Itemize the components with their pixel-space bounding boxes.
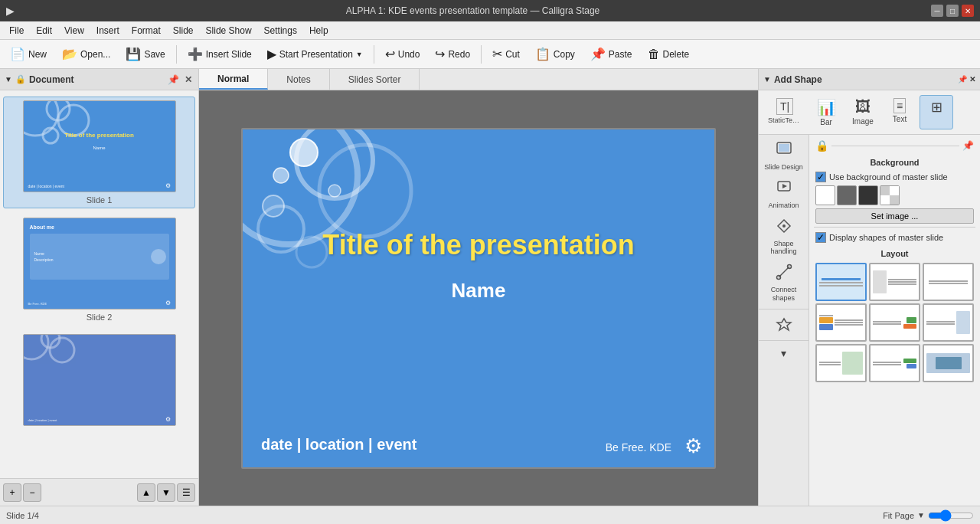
layout-item-9[interactable] — [923, 344, 974, 382]
right-panel-pin-icon[interactable]: 📌 — [958, 75, 967, 84]
panel-close-icon[interactable]: ✕ — [183, 73, 194, 87]
slide-footer: date | location | event — [261, 436, 416, 454]
swatch-white[interactable] — [815, 185, 835, 205]
open-icon: 📂 — [62, 47, 77, 61]
slide-thumb-1: Title of the presentation Name date | lo… — [23, 100, 176, 192]
extra-tool-icon — [776, 316, 792, 334]
shape-tool-text[interactable]: ≡ Text — [883, 95, 916, 129]
shape-handling-icon — [776, 218, 792, 238]
slide-design-icon — [776, 141, 792, 162]
background-swatches — [812, 184, 977, 207]
save-button[interactable]: 💾 Save — [119, 44, 172, 65]
minimize-button[interactable]: ─ — [931, 5, 943, 17]
menu-file[interactable]: File — [3, 24, 30, 38]
slide-title: Title of the presentation — [243, 229, 714, 261]
paste-button[interactable]: 📌 Paste — [583, 44, 639, 65]
insert-slide-button[interactable]: ➕ Insert Slide — [181, 44, 259, 65]
slide-item-1[interactable]: Title of the presentation Name date | lo… — [3, 97, 195, 208]
tab-normal[interactable]: Normal — [199, 69, 268, 90]
layout-item-7[interactable] — [815, 344, 867, 382]
shape-tool-static-text[interactable]: T| StaticTextSh... — [763, 95, 806, 129]
open-button[interactable]: 📂 Open... — [55, 44, 117, 65]
shape-tool-image[interactable]: 🖼 Image — [846, 95, 880, 129]
move-slide-up-button[interactable]: ▲ — [137, 483, 155, 502]
shape-handling-button[interactable]: Shape handling — [761, 215, 807, 260]
svg-point-6 — [50, 338, 74, 362]
right-sidebar: Slide Design Animation Shape handling — [759, 135, 980, 506]
undo-button[interactable]: ↩ Undo — [378, 44, 427, 65]
zoom-dropdown-icon[interactable]: ▼ — [917, 511, 925, 519]
thumb2-kde: ⚙ — [165, 300, 171, 306]
right-panel-close-icon[interactable]: ✕ — [969, 75, 975, 84]
slide-item-3[interactable]: date | location | event ⚙ — [3, 331, 195, 432]
thumb-title-1: Title of the presentation — [24, 132, 175, 139]
layout-item-3[interactable] — [923, 263, 974, 301]
design-divider-1 — [814, 227, 975, 228]
zoom-label: Fit Page — [883, 511, 914, 520]
copy-button[interactable]: 📋 Copy — [528, 44, 582, 65]
right-panel-expand-icon[interactable]: ▼ — [763, 75, 771, 84]
title-bar-left: ▶ — [6, 5, 15, 17]
layout-item-4[interactable] — [815, 303, 867, 342]
add-slide-button[interactable]: + — [3, 483, 21, 502]
layout-item-2[interactable] — [869, 263, 920, 301]
panel-pin-icon[interactable]: 📌 — [166, 73, 181, 87]
shape-tool-group[interactable]: ⊞ — [920, 95, 953, 129]
menu-settings[interactable]: Settings — [258, 24, 303, 38]
shape-handling-label: Shape handling — [764, 240, 804, 257]
menu-format[interactable]: Format — [126, 24, 167, 38]
pin-icon-right[interactable]: 📌 — [962, 140, 974, 151]
start-presentation-button[interactable]: ▶ Start Presentation ▼ — [260, 44, 370, 65]
use-master-bg-checkbox[interactable]: ✓ — [815, 172, 826, 182]
shape-tool-label-0: StaticTextSh... — [768, 116, 802, 124]
display-master-shapes-checkbox[interactable]: ✓ — [815, 232, 826, 243]
shape-tool-bar[interactable]: 📊 Bar — [809, 95, 843, 129]
layout-item-6[interactable] — [923, 303, 974, 342]
panel-header-left: ▼ 🔒 Document — [5, 74, 74, 85]
swatch-gray[interactable] — [837, 185, 857, 205]
redo-button[interactable]: ↪ Redo — [428, 44, 477, 65]
remove-slide-button[interactable]: − — [23, 483, 41, 502]
move-slide-down-button[interactable]: ▼ — [157, 483, 175, 502]
menu-edit[interactable]: Edit — [30, 24, 58, 38]
set-image-button[interactable]: Set image ... — [815, 208, 974, 224]
cut-button[interactable]: ✂ Cut — [485, 44, 527, 65]
connect-shapes-button[interactable]: Connect shapes — [761, 260, 807, 306]
shape-tool-label-3: Text — [893, 115, 906, 123]
zoom-slider[interactable] — [928, 509, 974, 522]
tool-panel-separator-2 — [759, 340, 808, 341]
layout-item-1[interactable] — [815, 263, 867, 301]
slide-canvas[interactable]: Title of the presentation Name date | lo… — [199, 90, 758, 506]
swatch-grid[interactable] — [880, 185, 900, 205]
extra-tool-button[interactable] — [761, 313, 807, 337]
svg-point-15 — [263, 195, 284, 217]
delete-button[interactable]: 🗑 Delete — [641, 44, 697, 65]
slide-design-label: Slide Design — [764, 163, 803, 172]
menu-slideshow[interactable]: Slide Show — [200, 24, 258, 38]
menu-view[interactable]: View — [58, 24, 90, 38]
slide-be-free: Be Free. KDE — [606, 441, 671, 454]
slide-design-button[interactable]: Slide Design — [761, 138, 807, 175]
animation-button[interactable]: Animation — [761, 176, 807, 213]
close-button[interactable]: ✕ — [962, 5, 974, 17]
new-button[interactable]: 📄 New — [3, 44, 54, 65]
panel-expand-icon[interactable]: ▼ — [5, 75, 12, 84]
menu-slide[interactable]: Slide — [167, 24, 200, 38]
layout-item-5[interactable] — [869, 303, 920, 342]
animation-label: Animation — [768, 201, 799, 210]
slide-item-2[interactable]: About me Name Description Be Free. KDE ⚙… — [3, 215, 195, 325]
layout-item-8[interactable] — [869, 344, 920, 382]
tab-slides-sorter[interactable]: Slides Sorter — [330, 69, 420, 90]
chevron-down-tool[interactable]: ▾ — [761, 344, 807, 362]
image-icon: 🖼 — [855, 98, 871, 116]
maximize-button[interactable]: □ — [946, 5, 959, 17]
menu-insert[interactable]: Insert — [90, 24, 126, 38]
tab-notes[interactable]: Notes — [268, 69, 329, 90]
view-toggle-button[interactable]: ☰ — [177, 483, 195, 502]
use-master-bg-label: Use background of master slide — [829, 172, 948, 182]
right-panel: ▼ Add Shape 📌 ✕ T| StaticTextSh... 📊 Bar… — [758, 69, 980, 506]
shape-tool-label-2: Image — [852, 117, 874, 126]
swatch-dark[interactable] — [858, 185, 878, 205]
separator-3 — [481, 45, 482, 64]
menu-help[interactable]: Help — [303, 24, 335, 38]
